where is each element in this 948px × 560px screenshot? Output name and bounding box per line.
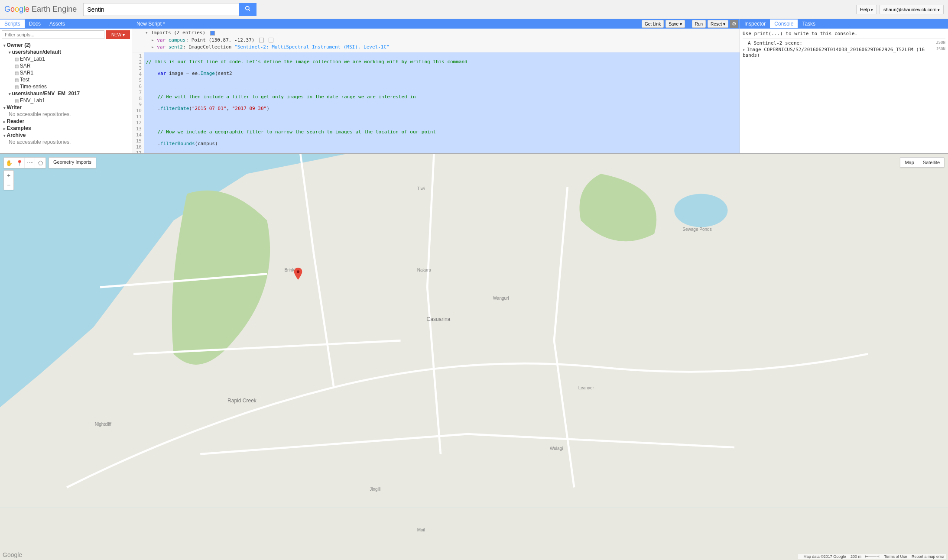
search-button[interactable] [239, 3, 256, 16]
place-label: Wanguri [493, 296, 509, 301]
map-marker[interactable] [294, 268, 300, 274]
scripts-panel: Scripts Docs Assets NEW Owner (2) users/… [0, 19, 132, 153]
save-button[interactable]: Save [666, 20, 685, 28]
zoom-in-button[interactable]: + [4, 171, 13, 180]
console-output: Use print(...) to write to this console.… [740, 29, 948, 153]
tab-inspector[interactable]: Inspector [740, 19, 770, 28]
locate-icon[interactable] [259, 38, 264, 42]
app-header: Google Earth Engine Help shaun@shaunlevi… [0, 0, 948, 19]
map-view[interactable]: Tiwi Brinkin Nakara Wanguri Casuarina Le… [0, 153, 948, 560]
tree-file[interactable]: SAR [2, 62, 130, 69]
search-icon [245, 6, 251, 12]
place-label: Rapid Creek [227, 398, 256, 404]
polygon-tool[interactable]: ⬠ [35, 158, 45, 168]
line-icon: 〰 [27, 160, 32, 166]
plus-icon: + [7, 172, 10, 179]
place-label: Nightcliff [95, 422, 111, 427]
script-tree: Owner (2) users/shaun/default ENV_Lab1 S… [0, 41, 132, 153]
code-editor[interactable]: 1234567891011121314151617 // This is our… [132, 52, 740, 154]
tree-file[interactable]: Test [2, 76, 130, 83]
zoom-out-button[interactable]: − [4, 180, 13, 190]
tab-assets[interactable]: Assets [45, 19, 69, 28]
hand-icon: ✋ [6, 160, 13, 166]
polygon-icon: ⬠ [38, 160, 43, 166]
search-input[interactable] [83, 3, 239, 16]
svg-line-1 [249, 10, 250, 11]
place-label: Casuarina [427, 316, 451, 322]
json-link[interactable]: JSON [936, 47, 945, 58]
map-type-map[interactable]: Map [900, 158, 918, 167]
tab-console[interactable]: Console [770, 19, 798, 28]
settings-button[interactable]: ⚙ [730, 20, 738, 28]
code-area[interactable]: // This is our first line of code. Let's… [144, 52, 740, 154]
reset-button[interactable]: Reset [708, 20, 728, 28]
tree-empty: No accessible repositories. [2, 111, 130, 118]
place-label: Moil [417, 528, 425, 532]
console-hint: Use print(...) to write to this console. [743, 30, 945, 37]
delete-icon[interactable] [269, 38, 273, 42]
place-label: Leanyer [578, 385, 594, 390]
map-roads [0, 154, 948, 508]
tree-repo[interactable]: users/shaun/default [2, 49, 130, 55]
drawing-tools: ✋ 📍 〰 ⬠ [3, 157, 46, 168]
place-label: Tiwi [417, 186, 425, 191]
user-menu[interactable]: shaun@shaunlevick.com [880, 5, 944, 14]
get-link-button[interactable]: Get Link [642, 20, 664, 28]
tree-writer[interactable]: Writer [2, 104, 130, 111]
json-link[interactable]: JSON [936, 40, 945, 46]
tree-file[interactable]: SAR1 [2, 69, 130, 76]
tree-examples[interactable]: Examples [2, 125, 130, 132]
map-attribution: Map data ©2017 Google 200 m⊢——⊣ Terms of… [798, 554, 946, 559]
report-link[interactable]: Report a map error [912, 554, 945, 559]
terms-link[interactable]: Terms of Use [884, 554, 907, 559]
import-toggle[interactable] [151, 37, 157, 43]
pan-tool[interactable]: ✋ [4, 158, 14, 168]
place-label: Wulagi [550, 446, 563, 451]
zoom-control: + − [3, 170, 14, 190]
place-label: Jingili [370, 487, 380, 492]
google-logo: Google [3, 551, 22, 558]
console-panel: Inspector Console Tasks Use print(...) t… [740, 19, 948, 153]
run-button[interactable]: Run [692, 20, 706, 28]
point-tool[interactable]: 📍 [14, 158, 25, 168]
map-type-satellite[interactable]: Satellite [919, 158, 944, 167]
svg-point-0 [246, 6, 249, 10]
tree-reader[interactable]: Reader [2, 118, 130, 125]
imports-toggle[interactable] [145, 30, 151, 36]
editor-panel: New Script * Get Link Save Run Reset ⚙ I… [132, 19, 740, 153]
tree-file[interactable]: ENV_Lab1 [2, 55, 130, 62]
console-line[interactable]: Image COPERNICUS/S2/20160629T014038_2016… [743, 46, 945, 58]
new-script-button[interactable]: NEW [106, 30, 130, 39]
line-tool[interactable]: 〰 [25, 158, 35, 168]
imports-section: Imports (2 entries) var campus: Point (1… [132, 29, 740, 52]
minus-icon: − [7, 181, 10, 188]
line-gutter: 1234567891011121314151617 [132, 52, 144, 154]
place-label: Sewage Ponds [682, 227, 711, 232]
geometry-imports-button[interactable]: Geometry Imports [49, 157, 96, 168]
search-box [83, 3, 256, 16]
place-label: Nakara [417, 268, 431, 272]
filter-scripts-input[interactable] [2, 30, 104, 39]
expand-icon[interactable] [743, 47, 747, 52]
gear-icon: ⚙ [732, 21, 737, 27]
script-title: New Script * [132, 19, 169, 28]
imports-icon[interactable] [210, 31, 215, 36]
tab-tasks[interactable]: Tasks [798, 19, 820, 28]
logo: Google Earth Engine [4, 5, 77, 14]
console-line: A Sentinel-2 scene:JSON [743, 40, 945, 46]
tree-empty: No accessible repositories. [2, 139, 130, 146]
tab-scripts[interactable]: Scripts [0, 19, 25, 28]
tree-file[interactable]: Time-series [2, 83, 130, 90]
tree-repo[interactable]: users/shaun/ENV_EM_2017 [2, 90, 130, 97]
tree-archive[interactable]: Archive [2, 132, 130, 139]
svg-point-4 [297, 270, 299, 273]
help-button[interactable]: Help [856, 5, 877, 14]
map-type-control: Map Satellite [900, 157, 945, 168]
tab-docs[interactable]: Docs [25, 19, 45, 28]
pin-icon: 📍 [16, 160, 23, 166]
tree-owner[interactable]: Owner (2) [2, 42, 130, 49]
tree-file[interactable]: ENV_Lab1 [2, 97, 130, 104]
import-toggle[interactable] [151, 44, 157, 50]
